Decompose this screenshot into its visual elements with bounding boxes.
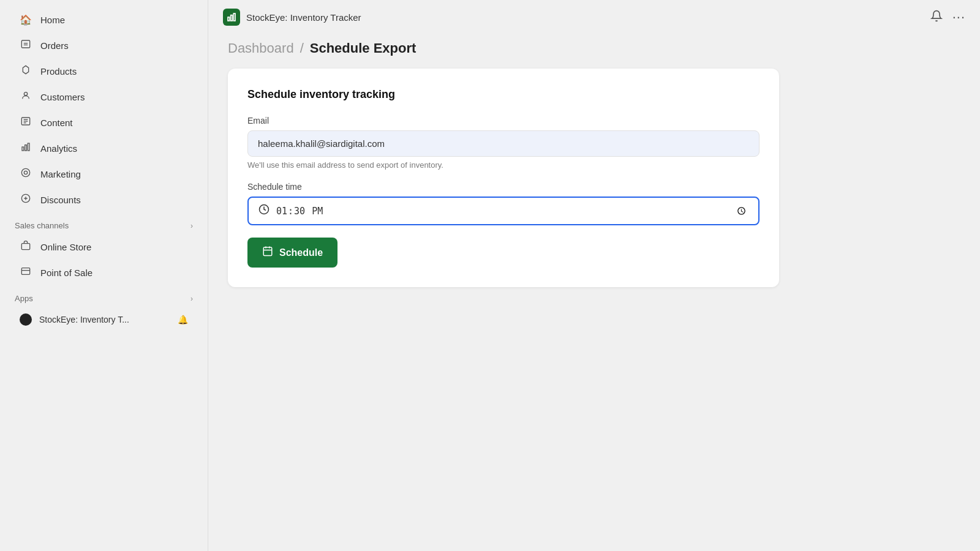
sidebar-item-products[interactable]: Products bbox=[5, 59, 203, 83]
sidebar-label-home: Home bbox=[40, 15, 65, 25]
topbar-left: StockEye: Inventory Tracker bbox=[223, 9, 361, 26]
sales-channels-chevron-icon: › bbox=[190, 222, 193, 230]
main-content: StockEye: Inventory Tracker ··· Dashboar… bbox=[208, 0, 980, 551]
home-icon: 🏠 bbox=[20, 14, 32, 26]
svg-rect-18 bbox=[228, 17, 230, 21]
sales-channels-label: Sales channels bbox=[15, 221, 69, 230]
calendar-icon bbox=[262, 246, 273, 260]
email-label: Email bbox=[247, 116, 760, 126]
sidebar-item-customers[interactable]: Customers bbox=[5, 84, 203, 109]
content-icon bbox=[20, 116, 32, 129]
sidebar-item-marketing[interactable]: Marketing bbox=[5, 162, 203, 186]
sidebar-label-content: Content bbox=[40, 118, 73, 128]
apps-section[interactable]: Apps › bbox=[0, 285, 208, 307]
app-logo-icon bbox=[223, 9, 240, 26]
sales-channels-section[interactable]: Sales channels › bbox=[0, 212, 208, 234]
sidebar-item-discounts[interactable]: Discounts bbox=[5, 187, 203, 212]
sidebar-label-products: Products bbox=[40, 66, 77, 77]
topbar-app-title: StockEye: Inventory Tracker bbox=[246, 12, 361, 23]
orders-icon bbox=[20, 39, 32, 51]
schedule-time-form-group: Schedule time bbox=[247, 182, 760, 225]
apps-label: Apps bbox=[15, 294, 33, 303]
breadcrumb-separator: / bbox=[300, 40, 304, 56]
breadcrumb-current: Schedule Export bbox=[310, 40, 417, 56]
sidebar-label-online-store: Online Store bbox=[40, 242, 91, 252]
schedule-button-label: Schedule bbox=[279, 247, 323, 258]
svg-point-13 bbox=[24, 171, 27, 174]
products-icon bbox=[20, 65, 32, 77]
svg-rect-0 bbox=[21, 40, 29, 48]
topbar: StockEye: Inventory Tracker ··· bbox=[208, 0, 980, 34]
card-title: Schedule inventory tracking bbox=[247, 88, 760, 101]
sidebar-item-stockeye[interactable]: StockEye: Inventory T... 🔔 bbox=[5, 307, 203, 332]
sidebar: 🏠 Home Orders Products Customers Content bbox=[0, 0, 208, 551]
svg-rect-20 bbox=[233, 13, 235, 21]
schedule-time-label: Schedule time bbox=[247, 182, 760, 192]
svg-point-12 bbox=[21, 168, 29, 176]
sidebar-label-orders: Orders bbox=[40, 40, 69, 51]
svg-rect-22 bbox=[263, 247, 272, 256]
app-bell-icon[interactable]: 🔔 bbox=[178, 315, 188, 324]
notification-bell-icon[interactable] bbox=[930, 10, 943, 25]
app-dot-icon bbox=[20, 313, 32, 326]
sidebar-item-point-of-sale[interactable]: Point of Sale bbox=[5, 260, 203, 285]
customers-icon bbox=[20, 91, 32, 103]
svg-rect-19 bbox=[231, 15, 233, 21]
sidebar-item-content[interactable]: Content bbox=[5, 110, 203, 135]
app-label-stockeye: StockEye: Inventory T... bbox=[39, 315, 170, 324]
email-hint: We'll use this email address to send exp… bbox=[247, 160, 760, 170]
topbar-right: ··· bbox=[930, 9, 965, 25]
sidebar-label-analytics: Analytics bbox=[40, 143, 77, 154]
svg-point-4 bbox=[24, 92, 27, 96]
sidebar-item-orders[interactable]: Orders bbox=[5, 33, 203, 58]
email-form-group: Email We'll use this email address to se… bbox=[247, 116, 760, 170]
svg-rect-11 bbox=[28, 143, 29, 151]
schedule-card: Schedule inventory tracking Email We'll … bbox=[228, 69, 779, 287]
analytics-icon bbox=[20, 142, 32, 154]
more-options-icon[interactable]: ··· bbox=[952, 9, 965, 25]
point-of-sale-icon bbox=[20, 266, 32, 279]
clock-icon bbox=[258, 204, 270, 218]
breadcrumb-parent[interactable]: Dashboard bbox=[228, 40, 294, 56]
time-input-wrap bbox=[247, 197, 760, 225]
sidebar-label-customers: Customers bbox=[40, 92, 85, 102]
sidebar-item-online-store[interactable]: Online Store bbox=[5, 234, 203, 259]
sidebar-label-marketing: Marketing bbox=[40, 169, 81, 179]
breadcrumb: Dashboard / Schedule Export bbox=[208, 34, 980, 69]
sidebar-label-point-of-sale: Point of Sale bbox=[40, 268, 92, 278]
svg-rect-9 bbox=[22, 147, 24, 151]
sidebar-item-home[interactable]: 🏠 Home bbox=[5, 8, 203, 32]
email-field[interactable] bbox=[247, 130, 760, 157]
svg-rect-16 bbox=[21, 268, 29, 275]
marketing-icon bbox=[20, 168, 32, 180]
time-input[interactable] bbox=[276, 204, 748, 218]
svg-marker-3 bbox=[23, 66, 28, 73]
schedule-button[interactable]: Schedule bbox=[247, 238, 337, 268]
online-store-icon bbox=[20, 241, 32, 253]
apps-chevron-icon: › bbox=[190, 294, 193, 303]
sidebar-label-discounts: Discounts bbox=[40, 195, 81, 205]
svg-rect-15 bbox=[21, 244, 29, 250]
sidebar-item-analytics[interactable]: Analytics bbox=[5, 136, 203, 160]
svg-rect-10 bbox=[25, 145, 27, 151]
content-area: Schedule inventory tracking Email We'll … bbox=[208, 69, 980, 551]
discounts-icon bbox=[20, 193, 32, 206]
